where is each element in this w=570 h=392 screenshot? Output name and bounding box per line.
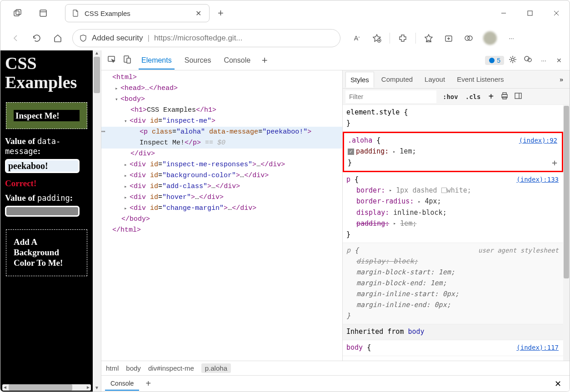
crumb[interactable]: div#inspect-me xyxy=(148,364,194,372)
svg-rect-1 xyxy=(16,10,21,15)
tab-event-listeners[interactable]: Event Listeners xyxy=(452,72,508,87)
checkbox-icon[interactable]: ✓ xyxy=(348,149,354,155)
styles-rules[interactable]: element.style { } (index):92 .aloha { ✓p… xyxy=(343,105,563,361)
shield-icon xyxy=(79,34,87,42)
favorites-icon[interactable] xyxy=(420,29,438,47)
titlebar: CSS Examples ✕ + xyxy=(0,0,570,26)
rule-body: (index):117 body { xyxy=(343,340,563,356)
devtools: Elements Sources Console + 5 ··· ✕ <html… xyxy=(101,50,570,392)
crumb[interactable]: html xyxy=(106,364,119,372)
page-icon xyxy=(72,10,79,17)
close-devtools-icon[interactable]: ✕ xyxy=(552,57,566,64)
dom-breadcrumbs[interactable]: html body div#inspect-me p.aloha xyxy=(101,361,570,375)
filter-input[interactable] xyxy=(345,90,436,103)
device-toggle-icon[interactable] xyxy=(120,55,134,65)
drawer-console-tab[interactable]: Console xyxy=(105,377,139,391)
browser-essentials-icon[interactable] xyxy=(460,29,478,47)
tab-sources[interactable]: Sources xyxy=(179,52,217,69)
svg-rect-5 xyxy=(528,11,532,15)
security-label: Added security xyxy=(92,34,143,43)
tab-console[interactable]: Console xyxy=(218,52,256,69)
label-padding: Value of padding: xyxy=(0,189,93,204)
page-title: CSS Examples xyxy=(0,50,93,99)
inspect-me-text: Inspect Me! xyxy=(14,110,80,122)
maximize-button[interactable] xyxy=(517,4,543,22)
rule-user-agent: user agent stylesheet p { display: block… xyxy=(343,243,563,324)
source-link[interactable]: (index):92 xyxy=(519,135,557,146)
print-icon[interactable] xyxy=(498,92,511,101)
svg-rect-19 xyxy=(127,58,130,63)
svg-rect-2 xyxy=(40,10,46,16)
rule-element-style: element.style { } xyxy=(343,105,563,132)
profile-avatar[interactable] xyxy=(483,31,497,45)
collections-icon[interactable] xyxy=(440,29,458,47)
address-bar[interactable]: Added security | https://microsoftedge.g… xyxy=(72,29,340,47)
tab-styles[interactable]: Styles xyxy=(345,72,374,88)
console-drawer: Console + ✕ xyxy=(101,375,570,392)
refresh-button[interactable] xyxy=(28,29,46,47)
svg-rect-0 xyxy=(14,11,19,16)
crumb[interactable]: body xyxy=(126,364,141,372)
url-text: https://microsoftedge.git... xyxy=(154,34,243,43)
data-message-input[interactable] xyxy=(5,159,80,173)
dom-tree[interactable]: <html> <head>…</head> <body> <h1>CSS Exa… xyxy=(101,70,342,361)
hov-toggle[interactable]: :hov xyxy=(439,93,462,100)
styles-filter-bar: :hov .cls + xyxy=(343,89,570,105)
devtools-tabbar: Elements Sources Console + 5 ··· ✕ xyxy=(101,50,570,70)
correct-label: Correct! xyxy=(0,175,93,189)
read-aloud-icon[interactable]: A” xyxy=(348,29,366,47)
window-controls xyxy=(490,4,570,22)
toolbar: Added security | https://microsoftedge.g… xyxy=(0,26,570,50)
tab-computed[interactable]: Computed xyxy=(377,72,417,87)
back-button[interactable] xyxy=(7,29,25,47)
add-background-box[interactable]: Add A Background Color To Me! xyxy=(6,229,87,276)
tab-layout[interactable]: Layout xyxy=(420,72,450,87)
horizontal-scrollbar[interactable]: ◄► xyxy=(2,384,91,391)
tab-title: CSS Examples xyxy=(85,10,194,17)
close-button[interactable] xyxy=(543,4,570,22)
add-rule-icon[interactable]: + xyxy=(552,157,557,168)
label-data-message: Value of data-message: xyxy=(0,132,93,157)
source-link[interactable]: (index):133 xyxy=(516,174,559,185)
rendered-page: CSS Examples Inspect Me! Value of data-m… xyxy=(0,50,93,392)
rule-aloha: (index):92 .aloha { ✓padding: ▸ 1em; } + xyxy=(343,132,563,172)
svg-rect-25 xyxy=(503,93,506,94)
settings-icon[interactable] xyxy=(506,55,520,65)
minimize-button[interactable] xyxy=(490,4,517,22)
crumb-selected[interactable]: p.aloha xyxy=(201,363,231,373)
toggle-sidebar-icon[interactable] xyxy=(511,92,525,101)
workspaces-icon[interactable] xyxy=(11,7,24,20)
drawer-add-icon[interactable]: + xyxy=(145,378,151,389)
svg-point-21 xyxy=(511,58,514,61)
tab-elements[interactable]: Elements xyxy=(136,52,177,69)
home-button[interactable] xyxy=(49,29,67,47)
separator: | xyxy=(147,34,149,43)
tab-actions-icon[interactable] xyxy=(37,7,50,20)
browser-tab[interactable]: CSS Examples ✕ xyxy=(65,4,210,22)
feedback-icon[interactable] xyxy=(521,55,535,65)
svg-point-16 xyxy=(468,36,472,40)
more-tabs-icon[interactable]: » xyxy=(556,76,567,83)
inspect-element-icon[interactable] xyxy=(105,55,119,65)
more-tools-icon[interactable]: ··· xyxy=(537,57,550,64)
source-link[interactable]: (index):117 xyxy=(516,342,559,353)
extensions-icon[interactable] xyxy=(394,29,412,47)
styles-tabs: Styles Computed Layout Event Listeners » xyxy=(343,70,570,89)
vertical-scrollbar[interactable]: ▲▼ xyxy=(93,50,101,392)
padding-input[interactable] xyxy=(5,206,80,217)
styles-panel: Styles Computed Layout Event Listeners »… xyxy=(342,70,570,361)
svg-rect-27 xyxy=(515,93,521,99)
tab-close-icon[interactable]: ✕ xyxy=(194,9,203,18)
styles-scrollbar[interactable] xyxy=(563,105,570,361)
inherited-header: Inherited from body xyxy=(343,324,563,340)
more-icon[interactable]: ··· xyxy=(502,29,520,47)
new-style-rule-icon[interactable]: + xyxy=(484,91,498,102)
svg-point-20 xyxy=(489,58,495,63)
cls-toggle[interactable]: .cls xyxy=(462,93,485,100)
favorite-icon[interactable] xyxy=(368,29,386,47)
add-tab-icon[interactable]: + xyxy=(258,55,271,66)
drawer-close-icon[interactable]: ✕ xyxy=(550,379,566,389)
new-tab-button[interactable]: + xyxy=(218,7,224,19)
issues-button[interactable]: 5 xyxy=(485,56,504,65)
inspect-me-box[interactable]: Inspect Me! xyxy=(6,102,87,129)
